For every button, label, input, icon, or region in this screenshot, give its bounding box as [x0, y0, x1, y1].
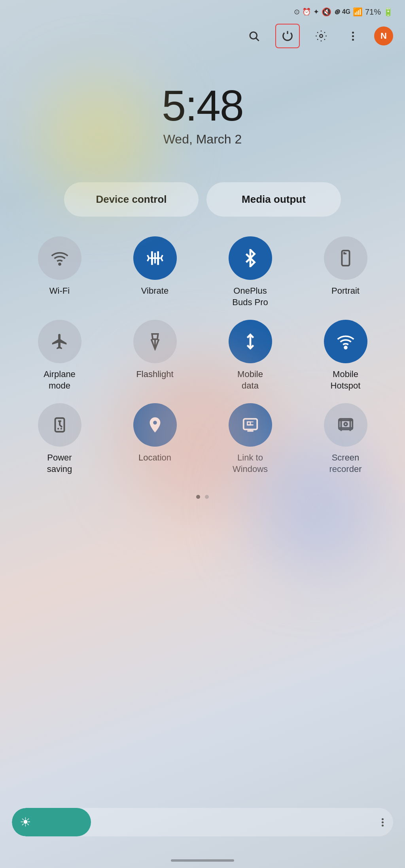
svg-rect-8 [343, 252, 345, 255]
header-actions: N [0, 20, 405, 52]
nfc-icon: ⊛ [334, 8, 340, 16]
network-type-icon: 4G [342, 8, 350, 15]
portrait-label: Portrait [331, 285, 360, 297]
clock-time: 5:48 [0, 84, 405, 127]
location-label: Location [138, 452, 171, 464]
portrait-icon [324, 236, 367, 280]
page-dot-1 [196, 495, 200, 499]
quick-settings-airplane[interactable]: Airplanemode [16, 320, 103, 391]
linktorwindows-icon [229, 403, 272, 447]
page-dot-2 [205, 495, 209, 499]
svg-line-1 [256, 38, 259, 41]
wifi-icon [38, 236, 81, 280]
airplane-label: Airplanemode [44, 369, 76, 391]
device-control-button[interactable]: Device control [64, 182, 199, 217]
quick-settings-vibrate[interactable]: Vibrate [111, 236, 199, 308]
signal-bars-icon: 📶 [353, 7, 363, 17]
quick-settings-mobiledata[interactable]: Mobiledata [206, 320, 294, 391]
flashlight-label: Flashlight [136, 369, 173, 380]
more-options-button[interactable] [343, 26, 363, 46]
user-avatar[interactable]: N [374, 26, 393, 45]
quick-settings-powersaving[interactable]: Powersaving [16, 403, 103, 475]
brightness-more-button[interactable] [382, 818, 384, 826]
linktorwindows-label: Link toWindows [233, 452, 268, 475]
hotspot-icon [324, 320, 367, 363]
battery-icon: 🔋 [383, 7, 393, 17]
vibrate-label: Vibrate [141, 285, 168, 297]
clock-date: Wed, March 2 [0, 132, 405, 147]
battery-percent: 71% [365, 8, 381, 17]
bluetooth-status-icon: ✦ [313, 8, 319, 16]
svg-point-0 [250, 32, 257, 39]
wifi-label: Wi-Fi [49, 285, 70, 297]
control-buttons: Device control Media output [0, 170, 405, 228]
power-button[interactable] [275, 24, 300, 48]
mobiledata-icon [229, 320, 272, 363]
svg-point-11 [344, 347, 347, 349]
clock-section: 5:48 Wed, March 2 [0, 52, 405, 170]
quick-settings-portrait[interactable]: Portrait [302, 236, 389, 308]
location-icon [133, 403, 177, 447]
quick-settings-wifi[interactable]: Wi-Fi [16, 236, 103, 308]
flashlight-icon [133, 320, 177, 363]
search-button[interactable] [244, 26, 264, 46]
svg-point-17 [344, 423, 347, 426]
oneplus-label: OnePlusBuds Pro [232, 285, 268, 308]
powersaving-icon [38, 403, 81, 447]
screenrecorder-icon [324, 403, 367, 447]
alarm-icon: ⏰ [302, 8, 311, 16]
brightness-icon: ☀ [20, 815, 31, 830]
page-dots [0, 487, 405, 507]
quick-settings-screenrecorder[interactable]: Screenrecorder [302, 403, 389, 475]
quick-settings-linktorwindows[interactable]: Link toWindows [206, 403, 294, 475]
media-output-button[interactable]: Media output [206, 182, 341, 217]
bluetooth-icon [229, 236, 272, 280]
settings-button[interactable] [311, 26, 331, 46]
quick-settings-location[interactable]: Location [111, 403, 199, 475]
quick-settings-hotspot[interactable]: MobileHotspot [302, 320, 389, 391]
status-bar: ⊙ ⏰ ✦ 🔇 ⊛ 4G 📶 71% 🔋 [0, 0, 405, 20]
powersaving-label: Powersaving [47, 452, 72, 475]
svg-rect-6 [342, 251, 349, 266]
screenrecorder-label: Screenrecorder [329, 452, 362, 475]
brightness-fill: ☀ [12, 808, 91, 836]
svg-point-3 [59, 263, 61, 265]
quick-settings-oneplus[interactable]: OnePlusBuds Pro [206, 236, 294, 308]
quick-settings-grid: Wi-Fi Vibrate OnePlusBuds Pro [0, 228, 405, 483]
vibrate-icon [133, 236, 177, 280]
brightness-bar[interactable]: ☀ [12, 808, 393, 836]
airplane-icon [38, 320, 81, 363]
mobiledata-label: Mobiledata [237, 369, 263, 391]
quick-settings-flashlight[interactable]: Flashlight [111, 320, 199, 391]
status-icons: ⊙ ⏰ ✦ 🔇 ⊛ 4G 📶 71% 🔋 [294, 7, 393, 17]
home-indicator[interactable] [171, 859, 234, 862]
mute-icon: 🔇 [322, 7, 331, 17]
location-status-icon: ⊙ [294, 8, 300, 16]
svg-point-2 [320, 34, 323, 38]
hotspot-label: MobileHotspot [331, 369, 361, 391]
